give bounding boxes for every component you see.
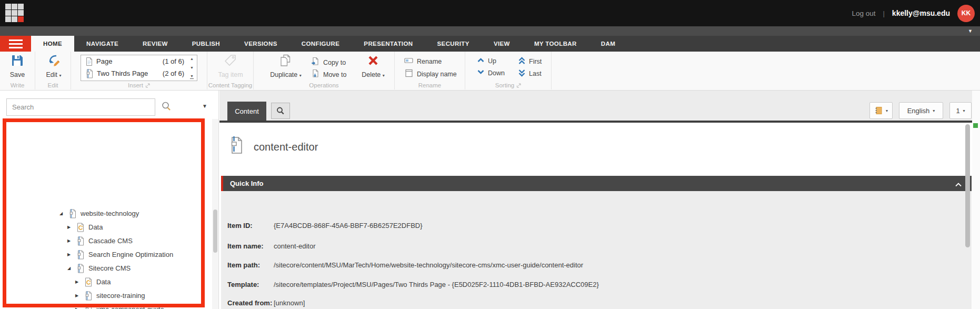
tree-item-cascade-cms[interactable]: ▶Cascade CMS <box>0 234 211 247</box>
tab-presentation[interactable]: PRESENTATION <box>352 36 425 52</box>
hamburger-menu-icon[interactable] <box>0 36 31 52</box>
language-selector[interactable]: English▾ <box>899 102 943 119</box>
scroll-position-indicator <box>973 123 978 128</box>
field-label: Created from: <box>227 299 274 307</box>
tree-item-website-technology[interactable]: ◢website-technology <box>0 206 211 220</box>
collapse-twisty-icon[interactable]: ◢ <box>67 266 75 271</box>
tab-content[interactable]: Content <box>227 102 266 121</box>
scroll-to-end-icon[interactable]: ▼ <box>190 74 194 79</box>
group-label-write: Write <box>11 82 25 88</box>
save-button[interactable]: Save <box>4 54 31 78</box>
tab-navigate[interactable]: NAVIGATE <box>74 36 131 52</box>
tab-view[interactable]: VIEW <box>482 36 522 52</box>
tree-item-sitecore-cms[interactable]: ◢Sitecore CMS <box>0 261 211 275</box>
notebook-icon <box>874 106 883 115</box>
tree-scrollbar[interactable] <box>212 119 218 309</box>
tree-item-label: xmc-component-guide <box>96 305 164 309</box>
insert-item-count: (1 of 6) <box>163 57 184 65</box>
delete-button[interactable]: Delete ▾ <box>359 54 387 78</box>
item-title-icon <box>229 136 244 156</box>
tree-item-search-engine-optimization[interactable]: ▶Search Engine Optimization <box>0 247 211 261</box>
expand-twisty-icon[interactable]: ▶ <box>75 307 83 309</box>
collapse-section-chevron-icon[interactable] <box>955 180 962 190</box>
tab-publish[interactable]: PUBLISH <box>180 36 232 52</box>
insert-item[interactable]: Two Thirds Page(2 of 6) <box>81 67 197 79</box>
tree-node[interactable]: Data <box>83 276 114 288</box>
logout-link[interactable]: Log out <box>852 9 875 17</box>
tree-node[interactable]: Cascade CMS <box>75 235 136 247</box>
copy-to-icon <box>311 57 320 68</box>
content-scrollbar-thumb[interactable] <box>965 124 970 247</box>
user-email[interactable]: kkelly@msu.edu <box>892 9 950 17</box>
edit-icon <box>47 54 61 69</box>
tree-node[interactable]: website-technology <box>67 207 142 220</box>
tree-item-xmc-component-guide[interactable]: ▶xmc-component-guide <box>0 302 211 309</box>
rename-button[interactable]: Rename <box>404 57 442 66</box>
field-label: Item name: <box>227 242 274 250</box>
display-name-button[interactable]: Display name <box>404 69 457 79</box>
bookmark-dropdown-button[interactable]: ▾ <box>869 102 893 119</box>
tree-scrollbar-thumb[interactable] <box>213 210 217 253</box>
expand-twisty-icon[interactable]: ▶ <box>67 225 75 230</box>
tab-home[interactable]: HOME <box>31 36 74 52</box>
expand-twisty-icon[interactable]: ▶ <box>75 280 83 284</box>
ribbon-group-operations: Duplicate ▾ Copy to Move to Delete ▾ <box>254 52 395 89</box>
quick-info-field: Item ID:{E7A4BCDB-868F-45A6-BBF7-6B6257E… <box>227 222 423 230</box>
page-icon <box>84 291 93 301</box>
tab-security[interactable]: SECURITY <box>425 36 482 52</box>
down-button[interactable]: Down <box>477 69 505 77</box>
move-to-button[interactable]: Move to <box>311 69 346 80</box>
tree-item-sitecore-training[interactable]: ▶sitecore-training <box>0 288 211 302</box>
tree-item-label: Data <box>88 223 103 231</box>
tab-dam[interactable]: DAM <box>589 36 627 52</box>
insert-item-count: (2 of 6) <box>163 69 184 77</box>
version-selector[interactable]: 1▾ <box>949 102 972 119</box>
ribbon-group-rename: Rename Display name Rename <box>395 52 465 89</box>
group-label-insert: Insert <box>128 82 143 88</box>
tree-item-label: Search Engine Optimization <box>88 251 173 258</box>
tab-review[interactable]: REVIEW <box>131 36 180 52</box>
first-button[interactable]: First <box>518 57 542 66</box>
duplicate-button[interactable]: Duplicate ▾ <box>268 54 303 78</box>
last-button[interactable]: Last <box>518 69 542 78</box>
search-icon[interactable] <box>161 101 172 114</box>
tree-node[interactable]: Sitecore CMS <box>75 262 134 274</box>
insert-item-label: Two Thirds Page <box>97 69 148 77</box>
tab-versions[interactable]: VERSIONS <box>232 36 289 52</box>
collapse-ribbon-caret-icon[interactable]: ▼ <box>968 28 973 34</box>
sitecore-logo-icon[interactable] <box>5 4 25 23</box>
insert-listbox: Page(1 of 6)Two Thirds Page(2 of 6) ▲ ▼ … <box>81 55 197 81</box>
expand-twisty-icon[interactable]: ▶ <box>67 252 75 257</box>
edit-button[interactable]: Edit ▾ <box>42 54 66 78</box>
tab-configure[interactable]: CONFIGURE <box>289 36 352 52</box>
scroll-down-icon[interactable]: ▼ <box>190 66 194 69</box>
tree-node[interactable]: xmc-component-guide <box>83 303 167 309</box>
tree-node[interactable]: Data <box>75 221 106 233</box>
search-input[interactable] <box>6 98 155 116</box>
quick-info-header[interactable]: Quick Info <box>221 176 972 191</box>
field-value: {E7A4BCDB-868F-45A6-BBF7-6B6257E2DFBD} <box>274 222 423 230</box>
avatar[interactable]: KK <box>957 5 975 22</box>
tree-item-data[interactable]: ▶Data <box>0 275 211 288</box>
insert-item[interactable]: Page(1 of 6) <box>81 55 197 67</box>
up-button[interactable]: Up <box>477 57 496 65</box>
data-icon <box>76 222 85 232</box>
group-label-operations: Operations <box>309 82 338 88</box>
collapse-twisty-icon[interactable]: ◢ <box>59 211 67 216</box>
ribbon-group-content-tagging: Tag item Content Tagging <box>207 52 254 89</box>
ribbon-group-write: Save Write <box>0 52 35 89</box>
expand-twisty-icon[interactable]: ▶ <box>67 238 75 243</box>
scroll-up-icon[interactable]: ▲ <box>190 57 194 61</box>
search-options-caret-icon[interactable]: ▼ <box>202 103 207 109</box>
tag-icon <box>224 54 237 69</box>
tree-item-data[interactable]: ▶Data <box>0 220 211 234</box>
dialog-launcher-icon[interactable] <box>516 83 521 88</box>
expand-twisty-icon[interactable]: ▶ <box>75 293 83 298</box>
tab-my-toolbar[interactable]: MY TOOLBAR <box>522 36 589 52</box>
copy-to-button[interactable]: Copy to <box>311 57 346 68</box>
tree-node[interactable]: Search Engine Optimization <box>75 248 176 261</box>
content-search-tab[interactable] <box>271 103 290 119</box>
tree-node[interactable]: sitecore-training <box>83 290 148 302</box>
window-scrollbar[interactable] <box>972 91 980 309</box>
dialog-launcher-icon[interactable] <box>145 83 150 88</box>
